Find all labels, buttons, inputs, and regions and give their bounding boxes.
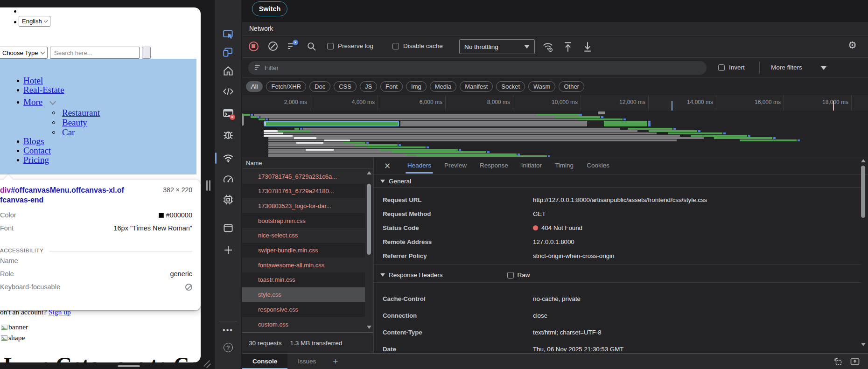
section-collapse-icon[interactable] bbox=[380, 273, 385, 277]
request-row[interactable]: swiper-bundle.min.css bbox=[242, 243, 365, 258]
scroll-up-icon[interactable] bbox=[367, 171, 371, 174]
scroll-down-icon[interactable] bbox=[861, 343, 866, 346]
accessibility-row-label: Keyboard-focusable bbox=[0, 283, 60, 291]
inspect-element-icon[interactable] bbox=[223, 29, 233, 40]
waterfall-bar bbox=[355, 144, 398, 146]
details-tab-preview[interactable]: Preview bbox=[444, 158, 467, 174]
details-tab-response[interactable]: Response bbox=[480, 158, 508, 174]
add-drawer-tab-icon[interactable]: + bbox=[333, 356, 338, 367]
details-tab-initiator[interactable]: Initiator bbox=[521, 158, 542, 174]
ruler-tick-label: 6,000 ms bbox=[403, 99, 442, 105]
request-row[interactable]: nice-select.css bbox=[242, 228, 365, 243]
request-count: 30 requests bbox=[249, 340, 282, 347]
choose-type-select[interactable]: Choose Type bbox=[0, 47, 48, 59]
menu-link[interactable]: More bbox=[23, 97, 42, 107]
network-overview-waterfall[interactable] bbox=[242, 111, 868, 157]
switch-button[interactable]: Switch bbox=[252, 1, 287, 16]
request-row[interactable]: style.css bbox=[242, 287, 365, 302]
request-row[interactable]: custom.css bbox=[242, 317, 365, 332]
menu-link[interactable]: Hotel bbox=[23, 76, 43, 86]
type-chip-other[interactable]: Other bbox=[559, 81, 584, 92]
bottom-resize-handle[interactable] bbox=[118, 365, 140, 367]
network-wifi-icon[interactable] bbox=[223, 153, 233, 164]
memory-chip-icon[interactable] bbox=[223, 195, 233, 205]
details-tab-timing[interactable]: Timing bbox=[555, 158, 574, 174]
menu-link[interactable]: Beauty bbox=[62, 118, 87, 128]
rotate-device-icon[interactable] bbox=[832, 356, 843, 367]
type-chip-css[interactable]: CSS bbox=[334, 81, 357, 92]
home-icon[interactable] bbox=[223, 66, 233, 77]
scroll-up-icon[interactable] bbox=[861, 159, 866, 162]
network-conditions-icon[interactable] bbox=[542, 41, 554, 53]
scrollbar-thumb[interactable] bbox=[861, 166, 865, 218]
details-scrollbar[interactable] bbox=[860, 158, 867, 352]
type-chip-wasm[interactable]: Wasm bbox=[528, 81, 555, 92]
drawer-tab-console[interactable]: Console bbox=[242, 354, 287, 369]
list-bullet bbox=[17, 89, 19, 91]
section-collapse-icon[interactable] bbox=[380, 180, 385, 183]
menu-link[interactable]: Contact bbox=[23, 146, 51, 156]
scroll-down-icon[interactable] bbox=[367, 326, 371, 329]
language-select[interactable]: English bbox=[19, 16, 50, 27]
record-network-log-button[interactable] bbox=[249, 42, 259, 51]
storage-icon[interactable] bbox=[223, 223, 233, 234]
selected-request-bar[interactable] bbox=[264, 121, 399, 126]
signup-link[interactable]: Sign up bbox=[49, 308, 71, 316]
request-row[interactable]: 1730781745_6729a231c6a... bbox=[242, 169, 365, 184]
search-icon[interactable] bbox=[307, 42, 316, 51]
type-chip-all[interactable]: All bbox=[246, 81, 263, 92]
dock-panel-icon[interactable] bbox=[849, 356, 861, 367]
preserve-log-checkbox[interactable] bbox=[327, 43, 334, 49]
requests-table-header[interactable]: Name bbox=[242, 157, 373, 169]
import-har-icon[interactable] bbox=[562, 41, 574, 53]
search-input[interactable]: Search here... bbox=[50, 47, 140, 59]
invert-checkbox[interactable] bbox=[718, 64, 725, 71]
requests-scrollbar[interactable] bbox=[365, 169, 373, 332]
elements-code-icon[interactable] bbox=[223, 86, 233, 97]
pane-resize-handle[interactable] bbox=[206, 180, 208, 191]
more-tools-icon[interactable]: ••• bbox=[223, 326, 233, 334]
corner-resize-grip[interactable] bbox=[206, 363, 211, 368]
request-row[interactable]: fontawesome-all.min.css bbox=[242, 258, 365, 272]
performance-gauge-icon[interactable] bbox=[223, 174, 233, 185]
list-bullet bbox=[52, 121, 55, 124]
tooltip-element-selector-2: fcanvas-end bbox=[0, 196, 43, 204]
type-chip-doc[interactable]: Doc bbox=[309, 81, 330, 92]
help-icon[interactable]: ? bbox=[224, 343, 233, 352]
device-emulation-icon[interactable] bbox=[223, 47, 233, 58]
scrollbar-thumb[interactable] bbox=[367, 184, 371, 255]
debugger-bug-icon[interactable] bbox=[223, 130, 233, 140]
raw-headers-checkbox[interactable] bbox=[507, 272, 514, 278]
pane-resize-handle[interactable] bbox=[209, 180, 210, 191]
close-details-icon[interactable]: × bbox=[374, 161, 401, 170]
export-har-icon[interactable] bbox=[582, 41, 593, 53]
tooltip-arrow bbox=[3, 175, 13, 185]
request-row[interactable]: responsive.css bbox=[242, 302, 365, 317]
network-settings-gear-icon[interactable]: ⚙ bbox=[848, 40, 857, 51]
filter-input[interactable]: Filter bbox=[248, 61, 707, 75]
type-chip-js[interactable]: JS bbox=[360, 81, 377, 92]
request-row[interactable]: 1730803523_logo-for-dar... bbox=[242, 198, 365, 213]
details-tab-cookies[interactable]: Cookies bbox=[587, 158, 609, 174]
menu-link[interactable]: Real-Estate bbox=[23, 85, 64, 95]
more-filters-button[interactable]: More filters bbox=[771, 64, 802, 71]
type-chip-manifest[interactable]: Manifest bbox=[460, 81, 493, 92]
type-chip-fetch-xhr[interactable]: Fetch/XHR bbox=[266, 81, 306, 92]
throttling-select[interactable]: No throttling bbox=[459, 39, 535, 54]
menu-link[interactable]: Pricing bbox=[23, 155, 49, 165]
search-button[interactable] bbox=[142, 47, 151, 59]
request-row[interactable]: bootstrap.min.css bbox=[242, 213, 365, 228]
type-chip-socket[interactable]: Socket bbox=[496, 81, 525, 92]
menu-link[interactable]: Restaurant bbox=[62, 108, 100, 118]
request-row[interactable]: 1730781761_6729a24180... bbox=[242, 184, 365, 199]
disable-cache-checkbox[interactable] bbox=[392, 43, 399, 49]
type-chip-font[interactable]: Font bbox=[380, 81, 403, 92]
menu-link[interactable]: Blogs bbox=[23, 136, 44, 146]
details-tab-headers[interactable]: Headers bbox=[407, 158, 431, 174]
type-chip-img[interactable]: Img bbox=[406, 81, 427, 92]
request-row[interactable]: toastr.min.css bbox=[242, 272, 365, 287]
type-chip-media[interactable]: Media bbox=[430, 81, 456, 92]
clear-network-log-button[interactable] bbox=[268, 42, 278, 51]
drawer-tab-issues[interactable]: Issues bbox=[287, 354, 326, 369]
add-tool-icon[interactable] bbox=[223, 245, 233, 256]
